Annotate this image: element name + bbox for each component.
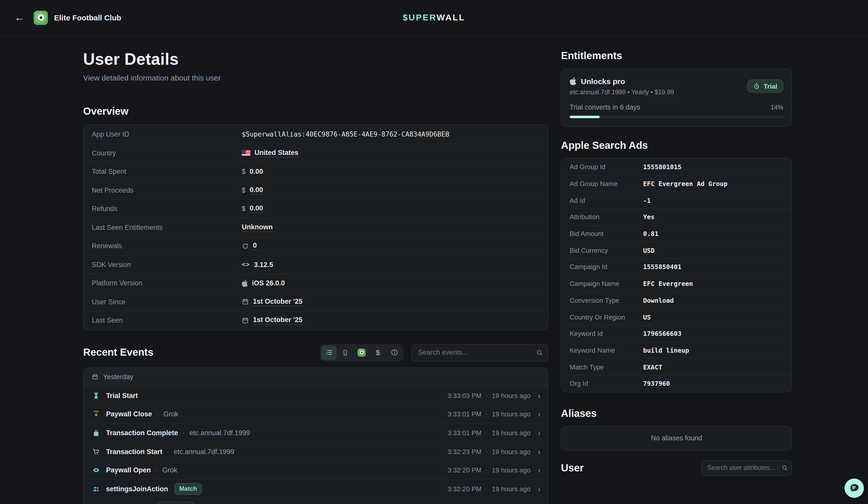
list-view-button[interactable] (321, 345, 337, 359)
paywall-close-icon (92, 410, 100, 418)
overview-row-user-since: User Since 1st October '25 (84, 292, 548, 311)
row-value: 3.12.5 (254, 261, 273, 269)
event-row-transaction-start[interactable]: Transaction Start etc.annual.7df.1999 3:… (84, 442, 548, 461)
dollar-icon: $ (242, 205, 246, 213)
revenue-filter-button[interactable]: $ (370, 345, 385, 359)
event-ago: 19 hours ago (482, 410, 531, 418)
row-value: 0 (253, 242, 257, 251)
apple-icon (242, 280, 248, 287)
row-label: Refunds (92, 205, 242, 213)
row-label: Country (92, 149, 242, 157)
aliases-heading: Aliases (561, 407, 792, 419)
info-filter-button[interactable] (386, 345, 402, 359)
overview-row-last-seen-entitlements: Last Seen Entitlements Unknown (84, 218, 548, 237)
calendar-icon (242, 298, 249, 305)
chevron-right-icon: › (538, 466, 540, 474)
event-group-label: Yesterday (103, 373, 133, 381)
event-row-session-start-lower[interactable]: session_start No Match 3:32:05 PM19 hour… (84, 498, 548, 504)
row-value: United States (255, 149, 299, 157)
event-ago: 19 hours ago (482, 448, 531, 455)
event-time: 3:33:01 PM (447, 410, 482, 418)
overview-row-sdk-version: SDK Version <>3.12.5 (84, 255, 548, 274)
row-value: 0.00 (250, 186, 263, 195)
row-label: SDK Version (92, 261, 242, 269)
event-detail: etc.annual.7df.1999 (163, 448, 234, 455)
dollar-icon: $ (242, 187, 246, 194)
events-view-toggle: $ (320, 344, 403, 361)
row-label: App User ID (92, 130, 242, 138)
aliases-card: No aliases found (561, 426, 792, 450)
timer-icon (754, 83, 760, 90)
calendar-icon (242, 317, 249, 324)
event-ago: 19 hours ago (482, 392, 531, 400)
support-chat-button[interactable] (845, 479, 864, 498)
asa-row: Bid CurrencyUSD (561, 242, 792, 259)
device-icon (342, 349, 349, 356)
event-detail: etc.annual.7df.1999 (178, 429, 250, 437)
shopping-bag-icon (92, 429, 100, 437)
asa-row: Bid Amount0.81 (561, 225, 792, 242)
event-time: 3:32:20 PM (447, 466, 482, 474)
row-label: Last Seen Entitlements (92, 224, 242, 231)
recent-events-heading: Recent Events (83, 347, 154, 358)
event-detail: Grok (151, 466, 177, 474)
asa-row: Ad Id-1 (561, 192, 792, 208)
events-search (412, 344, 548, 361)
event-row-trial-start[interactable]: Trial Start 3:33:03 PM19 hours ago› (84, 386, 548, 405)
event-detail: Grok (152, 410, 178, 418)
entitlement-name: Unlocks pro (581, 77, 625, 86)
overview-row-net-proceeds: Net Proceeds $0.00 (84, 181, 548, 199)
chevron-right-icon: › (538, 391, 540, 400)
us-flag-icon (242, 150, 250, 156)
overview-row-country: Country United States (84, 144, 548, 162)
event-row-paywall-open[interactable]: Paywall Open Grok 3:32:20 PM19 hours ago… (84, 461, 548, 479)
chevron-right-icon: › (538, 410, 540, 419)
row-label: Renewals (92, 242, 242, 250)
event-row-transaction-complete[interactable]: Transaction Complete etc.annual.7df.1999… (84, 423, 548, 442)
user-details-page: ← Elite Football Club $UPERWALL User Det… (0, 0, 868, 504)
calendar-icon (92, 374, 99, 380)
row-value: $SuperwallAlias:40EC9876-A85E-4AE9-8762-… (242, 130, 449, 138)
football-club-app-icon (34, 10, 48, 25)
entitlements-heading: Entitlements (561, 50, 792, 62)
recent-events-card: Yesterday Trial Start 3:33:03 PM19 hours… (83, 367, 548, 504)
back-button[interactable]: ← (12, 10, 27, 25)
events-search-input[interactable] (412, 344, 548, 361)
asa-row: Conversion TypeDownload (561, 292, 792, 308)
overview-row-app-user-id: App User ID $SuperwallAlias:40EC9876-A85… (84, 125, 548, 144)
event-time: 3:33:01 PM (447, 429, 482, 437)
trial-progress-bar (570, 116, 783, 118)
chevron-right-icon: › (538, 429, 540, 437)
chevron-right-icon: › (538, 485, 540, 493)
app-filter-button[interactable] (354, 345, 369, 359)
row-value: iOS 26.0.0 (252, 280, 285, 287)
row-value: 1st October '25 (253, 316, 302, 325)
row-label: Last Seen (92, 317, 242, 324)
asa-row: Keyword Id1796566603 (561, 325, 792, 342)
search-icon (777, 464, 788, 471)
hourglass-icon (92, 392, 100, 400)
asa-row: Match TypeEXACT (561, 358, 792, 375)
asa-row: Keyword Namebuild lineup (561, 342, 792, 358)
event-time: 3:32:23 PM (447, 448, 482, 455)
row-label: Total Spent (92, 168, 242, 176)
asa-row: Campaign Id1555850401 (561, 259, 792, 275)
apple-search-ads-card: Ad Group Id1555801015 Ad Group NameEFC E… (561, 158, 792, 392)
app-name: Elite Football Club (54, 13, 121, 22)
event-row-paywall-close[interactable]: Paywall Close Grok 3:33:01 PM19 hours ag… (84, 405, 548, 423)
page-title: User Details (83, 50, 548, 69)
row-value: 0.00 (250, 204, 263, 213)
event-row-settings-join-action[interactable]: settingsJoinAction Match 3:32:20 PM19 ho… (84, 479, 548, 498)
row-label: Net Proceeds (92, 187, 242, 194)
overview-heading: Overview (83, 105, 548, 117)
list-view-icon (325, 349, 333, 356)
device-filter-button[interactable] (338, 345, 353, 359)
event-group-header: Yesterday (84, 368, 548, 386)
apple-icon (570, 77, 576, 85)
trial-progress-fill (570, 116, 599, 118)
event-ago: 19 hours ago (482, 485, 531, 493)
trial-badge: Trial (747, 80, 784, 93)
overview-row-refunds: Refunds $0.00 (84, 199, 548, 218)
overview-row-platform-version: Platform Version iOS 26.0.0 (84, 274, 548, 292)
dollar-icon: $ (376, 348, 380, 357)
